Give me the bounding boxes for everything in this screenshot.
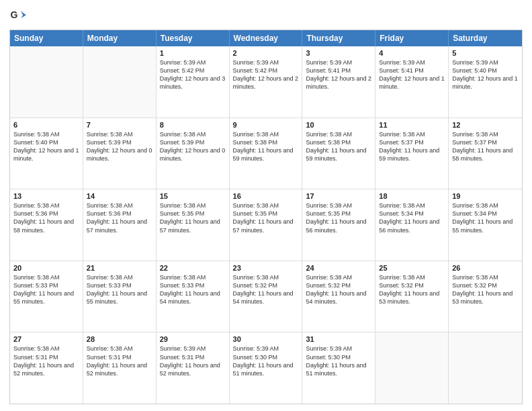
calendar: SundayMondayTuesdayWednesdayThursdayFrid… [9, 30, 523, 404]
calendar-cell [375, 332, 449, 404]
calendar-cell: 7Sunrise: 5:38 AMSunset: 5:39 PMDaylight… [83, 118, 157, 189]
day-info: Sunrise: 5:38 AMSunset: 5:38 PMDaylight:… [233, 130, 299, 163]
calendar-cell: 1Sunrise: 5:39 AMSunset: 5:42 PMDaylight… [157, 46, 230, 118]
day-info: Sunrise: 5:38 AMSunset: 5:32 PMDaylight:… [452, 273, 519, 306]
day-number: 23 [233, 264, 299, 272]
calendar-cell: 29Sunrise: 5:39 AMSunset: 5:31 PMDayligh… [157, 332, 230, 404]
day-info: Sunrise: 5:39 AMSunset: 5:41 PMDaylight:… [306, 58, 371, 91]
calendar-body: 1Sunrise: 5:39 AMSunset: 5:42 PMDaylight… [10, 46, 522, 404]
calendar-cell: 16Sunrise: 5:38 AMSunset: 5:35 PMDayligh… [230, 189, 303, 261]
day-number: 4 [379, 49, 445, 57]
day-info: Sunrise: 5:38 AMSunset: 5:33 PMDaylight:… [13, 273, 79, 306]
day-info: Sunrise: 5:38 AMSunset: 5:32 PMDaylight:… [233, 273, 299, 306]
calendar-row: 20Sunrise: 5:38 AMSunset: 5:33 PMDayligh… [10, 261, 522, 333]
day-number: 25 [379, 264, 445, 272]
day-number: 12 [452, 121, 519, 129]
page: G SundayMondayTuesdayWednesdayThursdayFr… [0, 0, 532, 411]
calendar-cell: 14Sunrise: 5:38 AMSunset: 5:36 PMDayligh… [83, 189, 157, 261]
day-number: 1 [160, 49, 226, 57]
calendar-cell: 30Sunrise: 5:39 AMSunset: 5:30 PMDayligh… [230, 332, 303, 404]
day-number: 5 [452, 49, 519, 57]
logo: G [9, 7, 31, 26]
calendar-cell: 19Sunrise: 5:38 AMSunset: 5:34 PMDayligh… [449, 189, 522, 261]
weekday-header: Friday [375, 30, 449, 46]
day-number: 28 [87, 335, 152, 343]
day-info: Sunrise: 5:38 AMSunset: 5:32 PMDaylight:… [379, 273, 445, 306]
day-info: Sunrise: 5:38 AMSunset: 5:33 PMDaylight:… [87, 273, 152, 306]
calendar-cell: 4Sunrise: 5:39 AMSunset: 5:41 PMDaylight… [375, 46, 449, 118]
day-info: Sunrise: 5:38 AMSunset: 5:31 PMDaylight:… [87, 345, 152, 377]
day-number: 30 [233, 335, 299, 343]
day-info: Sunrise: 5:38 AMSunset: 5:36 PMDaylight:… [13, 201, 79, 234]
calendar-cell: 27Sunrise: 5:38 AMSunset: 5:31 PMDayligh… [10, 332, 83, 404]
day-info: Sunrise: 5:38 AMSunset: 5:36 PMDaylight:… [87, 201, 152, 234]
day-number: 24 [306, 264, 371, 272]
weekday-header: Sunday [10, 30, 83, 46]
day-info: Sunrise: 5:38 AMSunset: 5:37 PMDaylight:… [452, 130, 519, 163]
day-info: Sunrise: 5:38 AMSunset: 5:40 PMDaylight:… [13, 130, 79, 163]
calendar-cell: 3Sunrise: 5:39 AMSunset: 5:41 PMDaylight… [302, 46, 375, 118]
day-info: Sunrise: 5:38 AMSunset: 5:37 PMDaylight:… [379, 130, 445, 163]
calendar-cell [449, 332, 522, 404]
day-info: Sunrise: 5:38 AMSunset: 5:31 PMDaylight:… [13, 345, 79, 377]
calendar-row: 1Sunrise: 5:39 AMSunset: 5:42 PMDaylight… [10, 46, 522, 118]
day-number: 26 [452, 264, 519, 272]
calendar-cell [10, 46, 83, 118]
calendar-cell: 18Sunrise: 5:38 AMSunset: 5:34 PMDayligh… [375, 189, 449, 261]
calendar-cell: 5Sunrise: 5:39 AMSunset: 5:40 PMDaylight… [449, 46, 522, 118]
calendar-cell [83, 46, 157, 118]
day-info: Sunrise: 5:38 AMSunset: 5:39 PMDaylight:… [160, 130, 226, 163]
day-number: 6 [13, 121, 79, 129]
calendar-row: 13Sunrise: 5:38 AMSunset: 5:36 PMDayligh… [10, 189, 522, 261]
day-info: Sunrise: 5:39 AMSunset: 5:31 PMDaylight:… [160, 345, 226, 377]
weekday-header: Thursday [302, 30, 375, 46]
day-number: 9 [233, 121, 299, 129]
day-number: 14 [87, 192, 152, 200]
calendar-cell: 15Sunrise: 5:38 AMSunset: 5:35 PMDayligh… [157, 189, 230, 261]
day-info: Sunrise: 5:38 AMSunset: 5:35 PMDaylight:… [160, 201, 226, 234]
calendar-header: SundayMondayTuesdayWednesdayThursdayFrid… [10, 30, 522, 46]
calendar-cell: 6Sunrise: 5:38 AMSunset: 5:40 PMDaylight… [10, 118, 83, 189]
day-number: 2 [233, 49, 299, 57]
calendar-cell: 23Sunrise: 5:38 AMSunset: 5:32 PMDayligh… [230, 261, 303, 332]
day-info: Sunrise: 5:38 AMSunset: 5:38 PMDaylight:… [306, 130, 371, 163]
calendar-cell: 17Sunrise: 5:38 AMSunset: 5:35 PMDayligh… [302, 189, 375, 261]
calendar-cell: 31Sunrise: 5:39 AMSunset: 5:30 PMDayligh… [302, 332, 375, 404]
day-number: 16 [233, 192, 299, 200]
calendar-cell: 8Sunrise: 5:38 AMSunset: 5:39 PMDaylight… [157, 118, 230, 189]
day-number: 17 [306, 192, 371, 200]
calendar-row: 27Sunrise: 5:38 AMSunset: 5:31 PMDayligh… [10, 332, 522, 404]
day-info: Sunrise: 5:38 AMSunset: 5:33 PMDaylight:… [160, 273, 226, 306]
calendar-cell: 24Sunrise: 5:38 AMSunset: 5:32 PMDayligh… [302, 261, 375, 332]
day-number: 3 [306, 49, 371, 57]
calendar-cell: 25Sunrise: 5:38 AMSunset: 5:32 PMDayligh… [375, 261, 449, 332]
day-number: 29 [160, 335, 226, 343]
day-number: 31 [306, 335, 371, 343]
day-info: Sunrise: 5:38 AMSunset: 5:35 PMDaylight:… [306, 201, 371, 234]
calendar-cell: 10Sunrise: 5:38 AMSunset: 5:38 PMDayligh… [302, 118, 375, 189]
calendar-cell: 9Sunrise: 5:38 AMSunset: 5:38 PMDaylight… [230, 118, 303, 189]
day-number: 19 [452, 192, 519, 200]
weekday-header: Wednesday [230, 30, 303, 46]
day-info: Sunrise: 5:38 AMSunset: 5:32 PMDaylight:… [306, 273, 371, 306]
day-number: 10 [306, 121, 371, 129]
weekday-header: Monday [83, 30, 157, 46]
calendar-cell: 12Sunrise: 5:38 AMSunset: 5:37 PMDayligh… [449, 118, 522, 189]
day-info: Sunrise: 5:38 AMSunset: 5:34 PMDaylight:… [379, 201, 445, 234]
calendar-cell: 28Sunrise: 5:38 AMSunset: 5:31 PMDayligh… [83, 332, 157, 404]
day-number: 7 [87, 121, 152, 129]
day-info: Sunrise: 5:38 AMSunset: 5:35 PMDaylight:… [233, 201, 299, 234]
logo-icon: G [9, 7, 28, 26]
calendar-cell: 2Sunrise: 5:39 AMSunset: 5:42 PMDaylight… [230, 46, 303, 118]
day-info: Sunrise: 5:39 AMSunset: 5:30 PMDaylight:… [233, 345, 299, 377]
day-info: Sunrise: 5:39 AMSunset: 5:42 PMDaylight:… [160, 58, 226, 91]
svg-text:G: G [11, 9, 18, 20]
calendar-cell: 20Sunrise: 5:38 AMSunset: 5:33 PMDayligh… [10, 261, 83, 332]
calendar-cell: 22Sunrise: 5:38 AMSunset: 5:33 PMDayligh… [157, 261, 230, 332]
day-number: 27 [13, 335, 79, 343]
day-info: Sunrise: 5:38 AMSunset: 5:34 PMDaylight:… [452, 201, 519, 234]
day-info: Sunrise: 5:39 AMSunset: 5:41 PMDaylight:… [379, 58, 445, 91]
calendar-cell: 26Sunrise: 5:38 AMSunset: 5:32 PMDayligh… [449, 261, 522, 332]
day-number: 11 [379, 121, 445, 129]
calendar-cell: 21Sunrise: 5:38 AMSunset: 5:33 PMDayligh… [83, 261, 157, 332]
